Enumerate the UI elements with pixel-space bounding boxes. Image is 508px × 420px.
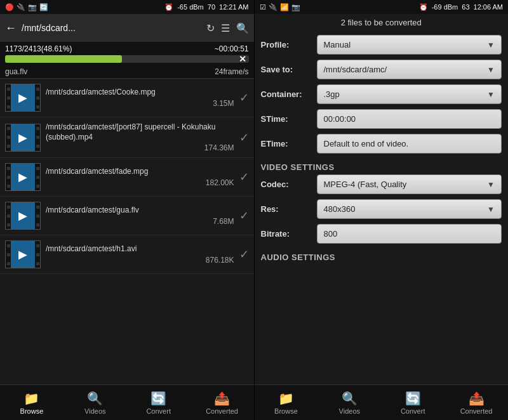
search-icon[interactable]: 🔍 bbox=[236, 22, 249, 34]
res-dropdown[interactable]: 480x360 ▼ bbox=[317, 199, 502, 219]
signal-strength-left: -65 dBm bbox=[177, 3, 204, 11]
saveto-control: /mnt/sdcard/amc/ ▼ bbox=[317, 60, 502, 79]
settings-panel: Profile: Manual ▼ Save to: /mnt/sdcard/a… bbox=[255, 31, 509, 384]
status-left-icons: 🔴 🔌 📷 🔄 bbox=[5, 3, 48, 11]
file-info: /mnt/sdcard/amctest/h1.avi 876.18K bbox=[46, 244, 234, 265]
stime-row: STime: 00:00:00 bbox=[261, 109, 502, 129]
left-panel: 🔴 🔌 📷 🔄 ⏰ -65 dBm 70 12:21 AM ← /mnt/sdc… bbox=[0, 0, 254, 420]
container-label: Container: bbox=[261, 89, 312, 99]
container-row: Container: .3gp ▼ bbox=[261, 84, 502, 104]
res-row: Res: 480x360 ▼ bbox=[261, 199, 502, 219]
profile-control: Manual ▼ bbox=[317, 35, 502, 55]
file-path: /mnt/sdcard/amctest/h1.avi bbox=[46, 244, 234, 254]
alarm-icon: ⏰ bbox=[164, 3, 173, 11]
profile-label: Profile: bbox=[261, 40, 312, 49]
chevron-down-icon: ▼ bbox=[487, 41, 495, 49]
browse-icon-right: 📁 bbox=[278, 391, 294, 406]
container-dropdown[interactable]: .3gp ▼ bbox=[317, 84, 502, 104]
signal-strength-right: -69 dBm bbox=[432, 3, 458, 11]
profile-row: Profile: Manual ▼ bbox=[261, 35, 502, 55]
camera-icon-right: 📷 bbox=[291, 3, 300, 11]
file-path: /mnt/sdcard/amctest/[port87] supercell -… bbox=[46, 122, 234, 142]
file-thumbnail: ▶ bbox=[5, 124, 41, 152]
list-item[interactable]: ▶ /mnt/sdcard/amctest/[port87] supercell… bbox=[0, 117, 254, 158]
converted-label-right: Converted bbox=[460, 407, 493, 415]
nav-item-videos[interactable]: 🔍 Videos bbox=[64, 385, 127, 420]
play-icon: ▶ bbox=[18, 247, 27, 261]
profile-dropdown[interactable]: Manual ▼ bbox=[317, 35, 502, 55]
videos-label: Videos bbox=[84, 407, 105, 415]
file-thumbnail: ▶ bbox=[5, 240, 41, 268]
etime-input[interactable]: Default to end of video. bbox=[317, 134, 502, 154]
file-thumbnail: ▶ bbox=[5, 202, 41, 230]
list-item[interactable]: ▶ /mnt/sdcard/amctest/Cooke.mpg 3.15M ✓ bbox=[0, 79, 254, 117]
codec-dropdown[interactable]: MPEG-4 (Fast, Quality ▼ bbox=[317, 174, 502, 194]
nav-item-browse-right[interactable]: 📁 Browse bbox=[255, 385, 318, 420]
refresh-icon[interactable]: ↻ bbox=[206, 22, 215, 34]
status-icon-4: 🔄 bbox=[39, 3, 48, 11]
nav-item-browse[interactable]: 📁 Browse bbox=[0, 385, 64, 420]
nav-item-converted-right[interactable]: 📤 Converted bbox=[444, 385, 508, 420]
container-value: .3gp bbox=[324, 89, 340, 99]
status-bar-right: ☑ 🔌 📶 📷 ⏰ -69 dBm 63 12:06 AM bbox=[255, 0, 509, 14]
file-size: 3.15M bbox=[46, 99, 234, 108]
play-icon: ▶ bbox=[18, 131, 27, 145]
file-info: /mnt/sdcard/amctest/gua.flv 7.68M bbox=[46, 206, 234, 226]
check-icon: ✓ bbox=[239, 170, 249, 184]
back-button[interactable]: ← bbox=[5, 22, 17, 35]
menu-icon[interactable]: ☰ bbox=[221, 22, 230, 34]
nav-item-converted[interactable]: 📤 Converted bbox=[190, 385, 254, 420]
list-item[interactable]: ▶ /mnt/sdcard/amctest/fade.mpg 182.00K ✓ bbox=[0, 158, 254, 197]
progress-time: ~00:00:51 bbox=[215, 44, 249, 53]
status-icon-2: 🔌 bbox=[17, 3, 25, 11]
etime-label: ETime: bbox=[261, 139, 312, 148]
current-file-bar: gua.flv 24frame/s bbox=[0, 65, 254, 79]
converted-icon: 📤 bbox=[214, 391, 230, 406]
check-icon: ✓ bbox=[239, 131, 249, 145]
bitrate-row: Bitrate: 800 bbox=[261, 224, 502, 244]
file-path: /mnt/sdcard/amctest/fade.mpg bbox=[46, 167, 234, 177]
saveto-row: Save to: /mnt/sdcard/amc/ ▼ bbox=[261, 60, 502, 79]
file-size: 876.18K bbox=[46, 256, 234, 265]
convert-icon: 🔄 bbox=[150, 391, 166, 406]
usb-icon: 🔌 bbox=[269, 3, 277, 11]
check-icon: ✓ bbox=[239, 247, 249, 261]
time-right: 12:06 AM bbox=[474, 3, 503, 11]
list-item[interactable]: ▶ /mnt/sdcard/amctest/h1.avi 876.18K ✓ bbox=[0, 235, 254, 274]
file-size: 174.36M bbox=[46, 143, 234, 152]
converted-icon-right: 📤 bbox=[469, 391, 485, 406]
list-item[interactable]: ▶ /mnt/sdcard/amctest/gua.flv 7.68M ✓ bbox=[0, 197, 254, 235]
current-filename: gua.flv bbox=[5, 67, 27, 76]
chevron-down-icon: ▼ bbox=[487, 65, 495, 74]
etime-row: ETime: Default to end of video. bbox=[261, 134, 502, 154]
play-icon: ▶ bbox=[18, 170, 27, 184]
res-label: Res: bbox=[261, 204, 312, 214]
chevron-down-icon: ▼ bbox=[487, 205, 495, 214]
nav-item-convert-right[interactable]: 🔄 Convert bbox=[381, 385, 444, 420]
check-icon: ✓ bbox=[239, 209, 249, 223]
stime-control: 00:00:00 bbox=[317, 109, 502, 129]
status-icon-1: 🔴 bbox=[5, 3, 14, 11]
profile-value: Manual bbox=[324, 40, 351, 49]
etime-control: Default to end of video. bbox=[317, 134, 502, 154]
audio-settings-header: AUDIO SETTINGS bbox=[261, 249, 502, 265]
convert-icon-right: 🔄 bbox=[405, 391, 421, 406]
nav-item-convert[interactable]: 🔄 Convert bbox=[127, 385, 190, 420]
saveto-dropdown[interactable]: /mnt/sdcard/amc/ ▼ bbox=[317, 60, 502, 79]
video-settings-header: VIDEO SETTINGS bbox=[261, 159, 502, 174]
bitrate-label: Bitrate: bbox=[261, 229, 312, 239]
battery-left: 70 bbox=[208, 3, 215, 11]
status-bar-left: 🔴 🔌 📷 🔄 ⏰ -65 dBm 70 12:21 AM bbox=[0, 0, 254, 14]
videos-icon-right: 🔍 bbox=[342, 391, 358, 406]
bottom-nav-right: 📁 Browse 🔍 Videos 🔄 Convert 📤 Converted bbox=[255, 384, 509, 420]
stime-input[interactable]: 00:00:00 bbox=[317, 109, 502, 129]
nav-item-videos-right[interactable]: 🔍 Videos bbox=[318, 385, 381, 420]
file-size: 7.68M bbox=[46, 217, 234, 226]
file-size: 182.00K bbox=[46, 178, 234, 187]
file-thumbnail: ▶ bbox=[5, 84, 41, 112]
right-panel: ☑ 🔌 📶 📷 ⏰ -69 dBm 63 12:06 AM 2 files to… bbox=[255, 0, 509, 420]
bitrate-input[interactable]: 800 bbox=[317, 224, 502, 244]
progress-section: 1173/2413(48.61%) ~00:00:51 ✕ bbox=[0, 42, 254, 65]
close-button[interactable]: ✕ bbox=[239, 54, 246, 64]
browse-label: Browse bbox=[20, 407, 44, 415]
